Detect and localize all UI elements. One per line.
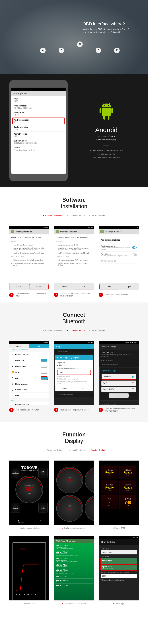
timing-box[interactable]: 0-60mphReadyBest: -	[101, 466, 118, 479]
graph-type-select[interactable]: Scatter Chart▾	[101, 550, 137, 554]
tab-function[interactable]: function display	[89, 329, 105, 332]
key-perms-link[interactable]: Key permissions (2)	[101, 260, 116, 262]
main-rpm-gauge[interactable]: Revs x1000 755 rpm	[15, 476, 43, 503]
settings-item-bluetooth[interactable]: BBluetoothI	[9, 375, 49, 381]
timing-box[interactable]: 1/8m时间ReadyBest: -	[119, 480, 136, 494]
settings-item-more...[interactable]: …More...›	[9, 393, 49, 398]
power-box[interactable]: 引擎转速749rpm	[119, 495, 136, 509]
about-item[interactable]: StatusPhone status, battery level, etc.	[11, 145, 66, 152]
acceleration-plot	[16, 562, 49, 592]
pair-cancel-button[interactable]: Cancel	[55, 386, 74, 391]
settings-item-networked-apps[interactable]: ⋮Networked apps›	[9, 387, 49, 393]
map-view-button[interactable]: 🗺Map View	[38, 503, 48, 512]
settings-icon[interactable]: ⚙	[40, 520, 41, 523]
sensor-item[interactable]: MID: $02 TID:$88O2 Bank 1 Sensor 1Min: 0…	[55, 557, 93, 563]
about-item[interactable]: Phone storage273 MB free, 4.00 GB total	[11, 104, 66, 110]
about-item[interactable]: System version5.1.64	[11, 124, 66, 132]
sensor-item[interactable]: MID: $05 TID:$80O2 Heater B1 S1Min: 0, M…	[55, 568, 93, 575]
axis-source-select-2[interactable]: Speed (OBD)Latest value (km/h) ▾	[101, 564, 137, 570]
trust-toggle[interactable]	[131, 254, 137, 256]
sensor-item[interactable]: MID: $31 TID:$a0	[55, 584, 93, 587]
sensor-gauge[interactable]: 温度89°C	[56, 467, 83, 494]
settings-item-wlan[interactable]: 📶WLANO	[9, 369, 49, 375]
tab-bluetooth[interactable]: connect bluetooth	[67, 449, 85, 451]
install-button[interactable]: Install	[29, 284, 49, 290]
sensor-item[interactable]: MID: $21 TID:$a1	[55, 575, 93, 578]
sensor-item[interactable]: MID: $a2, Max: $cCurrent $cb	[55, 578, 93, 584]
settings-item-roaming-settings[interactable]: ↕Roaming Settings›	[9, 352, 49, 357]
chevron-down-icon: ▾	[134, 566, 135, 568]
sensor-gauge[interactable]: Revs755rpm	[85, 495, 94, 522]
pair-ok-button[interactable]: OK	[74, 386, 93, 391]
function-section: Function Display software installation c…	[0, 422, 148, 610]
pin-input[interactable]: 1234	[57, 370, 91, 375]
perm-item: access Bluetooth settings pair with Blue…	[13, 262, 47, 266]
about-item[interactable]: RAM1.5GB	[11, 96, 66, 104]
settings-item-airplane-mode[interactable]: ✈Airplane modeO	[9, 363, 49, 369]
settings-item[interactable]: ⌂Home screen style›	[9, 402, 49, 405]
tab-software[interactable]: software installation	[43, 214, 62, 216]
tab-software[interactable]: software installation	[43, 449, 62, 451]
sensor-gauge[interactable]: 电压14.1V	[85, 467, 94, 494]
tab-bluetooth[interactable]: connect bluetooth	[67, 214, 85, 216]
about-item[interactable]: Resolution540 x 960	[11, 110, 66, 117]
about-item[interactable]: Kernel version3.4.0	[11, 132, 66, 138]
sensor-item[interactable]: MID: $01 TID:$87O2 Bank 1 Sensor 1Min: 6…	[55, 550, 93, 557]
max-points-input[interactable]: 1000	[101, 574, 137, 578]
fault-codes-button[interactable]: ⚠Fault Codes	[11, 503, 20, 512]
software-section: Software Installation software installat…	[0, 188, 148, 302]
tab-software[interactable]: software installation	[43, 329, 62, 332]
caption-speed: Vehicle Speed	[24, 603, 36, 605]
tab-general[interactable]: General	[9, 344, 29, 348]
settings-item-mobile-networks[interactable]: ☰Mobile networks›	[9, 381, 49, 387]
tab-bluetooth[interactable]: connect bluetooth	[67, 329, 85, 332]
torque-main-screen: TORQUE Engine Management Diagnostics and…	[9, 460, 49, 525]
run-bg-toggle[interactable]	[132, 246, 137, 249]
caption-sensor: Display current sensor data	[63, 527, 86, 529]
conn-wifi-option[interactable]: WiFi	[101, 380, 136, 386]
conn-usb-option[interactable]: Wired (USB)	[101, 387, 136, 392]
step-2-text: Continuous click "Next" Continue the nex…	[60, 293, 94, 297]
done-button[interactable]: Done	[99, 284, 119, 290]
graph-screen: 加速度 g 56787.576.577.5	[9, 536, 49, 600]
tab-function[interactable]: function display	[89, 214, 105, 216]
power-box[interactable]: 马力-Max: -	[101, 495, 118, 509]
tab-nav-function: software installation connect bluetooth …	[0, 449, 148, 451]
sensor-gauge[interactable]: 速度213km/h	[56, 495, 83, 522]
install-prompt: Install this application? It will be abl…	[56, 236, 92, 238]
conn-type-screen: Saving screenshot... Connection Settings…	[99, 341, 139, 405]
pairing-title: Bluetooth pairing request	[55, 355, 93, 360]
sensor-header: Vehicle Mode: PID test result	[54, 539, 94, 543]
test-results-button[interactable]: 📋Test Results	[17, 520, 24, 523]
timing-box[interactable]: 1/4m 时间ReadyBest: -	[101, 480, 118, 494]
about-item[interactable]: Android version4.3	[12, 118, 65, 124]
timing-box[interactable]: 0-100kphReadyBest: -	[119, 466, 136, 479]
cancel-button[interactable]: Cancel	[54, 283, 73, 290]
perm-item: full network access view WLAN connection…	[58, 259, 88, 261]
android-desc2: the following are the	[74, 152, 139, 156]
phone-mockup: About phone RAM1.5GBPhone storage273 MB …	[9, 80, 68, 181]
settings-item-mobile-data[interactable]: ↑↓Mobile DataI	[9, 357, 49, 363]
next-button[interactable]: Next	[74, 284, 93, 290]
axis-source-select-1[interactable]: Engine RPMLatest value (rpm) ▾	[101, 558, 137, 564]
app-installed-title: Application installed	[101, 239, 137, 241]
about-item[interactable]: Build numberG6-C00V100R001CHNC00B119a	[11, 138, 66, 145]
sensor-item[interactable]: MID: $01 TID:$80O2 Bank 1 Sensor 1Min: 0…	[55, 544, 93, 550]
bt-step-2: Find "OBD II" The password "1234"	[60, 409, 89, 411]
tab-function[interactable]: function display	[89, 449, 105, 451]
conn-bluetooth-option[interactable]: Bluetooth	[101, 374, 136, 380]
checkbox-icon[interactable]: ☐	[57, 378, 58, 380]
bt-step-1: Turn on the Bluetooth switch	[15, 409, 39, 411]
device-access-header: DEVICE ACCESS	[11, 256, 47, 258]
open-button[interactable]: Open	[120, 283, 139, 290]
pkg-installer-title: Package installer	[16, 230, 32, 233]
package-icon	[56, 230, 59, 233]
car-interior-hero: OBD interface where? Most of the car's O…	[0, 0, 148, 74]
connect-subtitle: Bluetooth	[0, 318, 148, 324]
cancel-button[interactable]: Cancel	[9, 283, 29, 290]
log-checkbox[interactable]	[101, 579, 103, 581]
location-label-c: C	[77, 42, 83, 47]
tab-all[interactable]: All	[29, 344, 49, 348]
conn-cancel-button[interactable]: Cancel	[109, 394, 129, 398]
sensor-item[interactable]: MID: $02 TID:$84O2 Bank 1 Sensor 2	[55, 563, 93, 568]
